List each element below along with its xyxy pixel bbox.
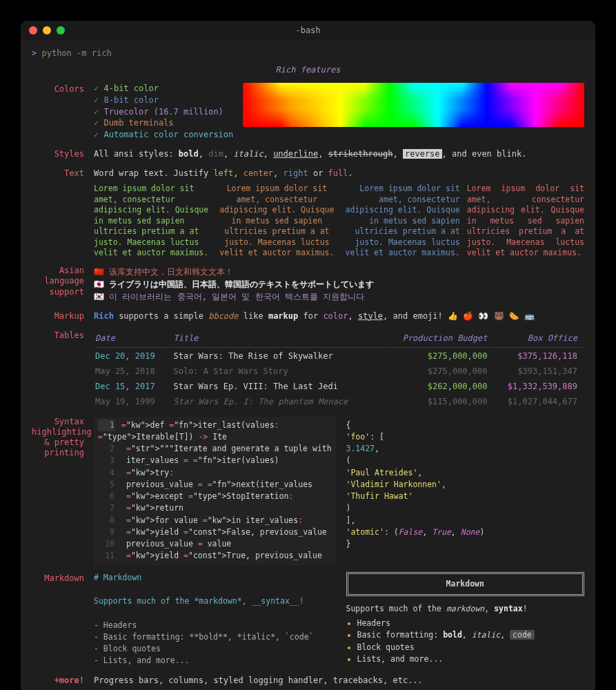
label-tables: Tables: [32, 329, 94, 410]
markdown-title-box: Markdown: [346, 572, 585, 596]
color-item: Truecolor (16.7 million): [103, 107, 223, 117]
label-colors: Colors: [32, 83, 94, 141]
markup-line: Rich supports a simple bbcode like marku…: [94, 310, 584, 322]
more-line: Progress bars, columns, styled logging h…: [94, 674, 584, 687]
asian-line: 🇨🇳 该库支持中文，日文和韩文文本！: [94, 266, 584, 278]
label-syntax: Syntax highlighting & pretty printing: [32, 417, 94, 565]
md-li: Basic formatting: bold, italic, code: [357, 629, 585, 641]
label-asian: Asian language support: [32, 266, 94, 303]
table-row: Dec 15, 2017Star Wars Ep. VIII: The Last…: [95, 379, 583, 393]
color-item: Dumb terminals: [103, 118, 173, 128]
justify-left: Lorem ipsum dolor sit amet, consectetur …: [94, 184, 211, 259]
th-budget: Production Budget: [387, 331, 493, 348]
prompt-command: python -m rich: [41, 48, 111, 58]
th-box: Box Office: [495, 331, 584, 348]
justify-center: Lorem ipsum dolor sit amet, consectetur …: [218, 184, 335, 259]
asian-block: 🇨🇳 该库支持中文，日文和韩文文本！ 🇯🇵 ライブラリは中国語、日本語、韓国語の…: [94, 266, 584, 303]
label-markdown: Markdown: [32, 572, 94, 667]
emoji-row: 👍 🍎 👀 🐻 🌭 🚌: [448, 311, 535, 321]
syntax-code: 1="kw">def ="fn">iter_last(values: ="typ…: [94, 417, 337, 565]
window-title: -bash: [21, 24, 595, 37]
terminal-window: -bash > python -m rich Rich features Col…: [21, 21, 595, 690]
shell-prompt: > python -m rich: [32, 47, 584, 59]
table-row: May 25, 2018Solo: A Star Wars Story$275,…: [95, 364, 583, 378]
color-item: 8-bit color: [103, 95, 158, 105]
movies-table: Date Title Production Budget Box Office …: [94, 329, 584, 410]
markdown-source: # Markdown Supports much of the *markdow…: [94, 572, 332, 667]
pretty-print: { 'foo': [ 3.1427, ( 'Paul Atreides', 'V…: [342, 417, 585, 565]
label-styles: Styles: [32, 148, 94, 160]
justify-right: Lorem ipsum dolor sit amet, consectetur …: [343, 184, 460, 259]
table-row: Dec 20, 2019Star Wars: The Rise of Skywa…: [95, 349, 583, 363]
justify-full: Lorem ipsum dolor sit amet, consectetur …: [467, 184, 584, 259]
color-list: ✓ 4-bit color ✓ 8-bit color ✓ Truecolor …: [94, 83, 233, 141]
text-line: Word wrap text. Justify left, center, ri…: [94, 167, 584, 179]
prompt-arrow: >: [32, 48, 37, 58]
table-row: May 19, 1999Star Wars Ep. I: The phantom…: [95, 395, 583, 408]
color-item: Automatic color conversion: [103, 130, 233, 139]
th-title: Title: [173, 331, 385, 348]
asian-line: 🇯🇵 ライブラリは中国語、日本語、韓国語のテキストをサポートしています: [94, 278, 584, 290]
label-markup: Markup: [32, 310, 94, 322]
md-li: Headers: [357, 618, 585, 629]
color-item: 4-bit color: [103, 83, 158, 93]
label-text: Text: [32, 167, 94, 259]
styles-line: All ansi styles: bold, dim, italic, unde…: [94, 148, 584, 160]
label-more: +more!: [32, 674, 94, 687]
markdown-rendered: Markdown Supports much of the markdown, …: [346, 572, 585, 667]
th-date: Date: [95, 331, 172, 348]
md-li: Lists, and more...: [357, 653, 585, 665]
features-title: Rich features: [32, 63, 584, 76]
md-li: Block quotes: [357, 642, 585, 653]
asian-line: 🇰🇷 이 라이브러리는 중국어, 일본어 및 한국어 텍스트를 지원합니다: [94, 290, 584, 303]
titlebar: -bash: [21, 21, 595, 40]
terminal-content: > python -m rich Rich features Colors ✓ …: [21, 40, 595, 690]
color-spectrum: [243, 83, 584, 127]
